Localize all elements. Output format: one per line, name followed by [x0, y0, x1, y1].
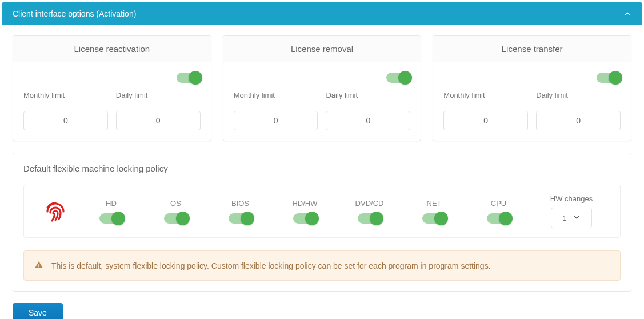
hw-item-bios: BIOS	[210, 199, 270, 224]
svg-rect-1	[38, 266, 39, 267]
input-transfer-monthly[interactable]	[443, 111, 528, 130]
fingerprint-icon	[35, 198, 75, 225]
chevron-down-icon	[573, 213, 581, 223]
input-removal-daily[interactable]	[326, 111, 410, 130]
toggle-os[interactable]	[164, 213, 188, 224]
card-title-transfer: License transfer	[433, 36, 631, 62]
license-cards-row: License reactivation Monthly limit Daily…	[13, 35, 631, 141]
input-removal-monthly[interactable]	[234, 111, 318, 130]
hw-label-hd: HD	[106, 199, 117, 208]
hw-label-cpu: CPU	[491, 199, 506, 208]
panel-client-interface-options: Client interface options (Activation) Li…	[2, 2, 642, 319]
hw-items: HD OS BIOS HD/HW	[81, 199, 529, 224]
hw-item-cpu: CPU	[469, 199, 529, 224]
warning-icon	[34, 260, 43, 271]
policy-notice: This is default, system flexible locking…	[23, 250, 621, 281]
label-reactivation-monthly: Monthly limit	[23, 91, 108, 99]
hw-label-os: OS	[170, 199, 181, 208]
hw-item-dvdcd: DVD/CD	[339, 199, 399, 224]
chevron-up-icon	[623, 10, 631, 18]
card-title-reactivation: License reactivation	[13, 36, 211, 62]
label-reactivation-daily: Daily limit	[116, 91, 201, 99]
card-license-transfer: License transfer Monthly limit Daily lim…	[433, 35, 631, 141]
policy-box: HD OS BIOS HD/HW	[23, 185, 621, 238]
card-title-removal: License removal	[223, 36, 421, 62]
policy-section: Default flexible machine locking policy	[13, 153, 631, 292]
toggle-hdhw[interactable]	[293, 213, 317, 224]
input-reactivation-daily[interactable]	[116, 111, 201, 130]
input-transfer-daily[interactable]	[536, 111, 621, 130]
policy-title: Default flexible machine locking policy	[23, 164, 621, 173]
toggle-bios[interactable]	[229, 213, 253, 224]
hw-label-net: NET	[427, 199, 442, 208]
label-transfer-daily: Daily limit	[536, 91, 621, 99]
label-removal-daily: Daily limit	[326, 91, 410, 99]
panel-title: Client interface options (Activation)	[13, 9, 136, 18]
policy-notice-text: This is default, system flexible locking…	[51, 261, 491, 270]
svg-rect-0	[38, 264, 39, 266]
hw-item-os: OS	[146, 199, 206, 224]
hw-item-hdhw: HD/HW	[275, 199, 335, 224]
input-reactivation-monthly[interactable]	[23, 111, 108, 130]
hw-label-hdhw: HD/HW	[292, 199, 317, 208]
toggle-net[interactable]	[422, 213, 446, 224]
card-license-reactivation: License reactivation Monthly limit Daily…	[13, 35, 211, 141]
label-transfer-monthly: Monthly limit	[443, 91, 528, 99]
panel-header[interactable]: Client interface options (Activation)	[2, 2, 642, 25]
card-license-removal: License removal Monthly limit Daily limi…	[223, 35, 422, 141]
hw-item-hd: HD	[81, 199, 141, 224]
hw-label-bios: BIOS	[231, 199, 249, 208]
hw-changes-value: 1	[562, 214, 566, 222]
hw-changes-label: HW changes	[534, 194, 609, 203]
toggle-cpu[interactable]	[487, 213, 511, 224]
toggle-dvdcd[interactable]	[358, 213, 382, 224]
toggle-transfer[interactable]	[597, 73, 621, 83]
hw-changes-block: HW changes 1	[534, 194, 609, 228]
label-removal-monthly: Monthly limit	[234, 91, 318, 99]
hw-changes-select[interactable]: 1	[551, 208, 592, 228]
toggle-hd[interactable]	[99, 213, 123, 224]
toggle-reactivation[interactable]	[177, 73, 201, 83]
hw-item-net: NET	[404, 199, 464, 224]
save-button[interactable]: Save	[13, 303, 63, 319]
hw-label-dvdcd: DVD/CD	[355, 199, 384, 208]
panel-body: License reactivation Monthly limit Daily…	[2, 25, 642, 319]
toggle-removal[interactable]	[386, 73, 410, 83]
